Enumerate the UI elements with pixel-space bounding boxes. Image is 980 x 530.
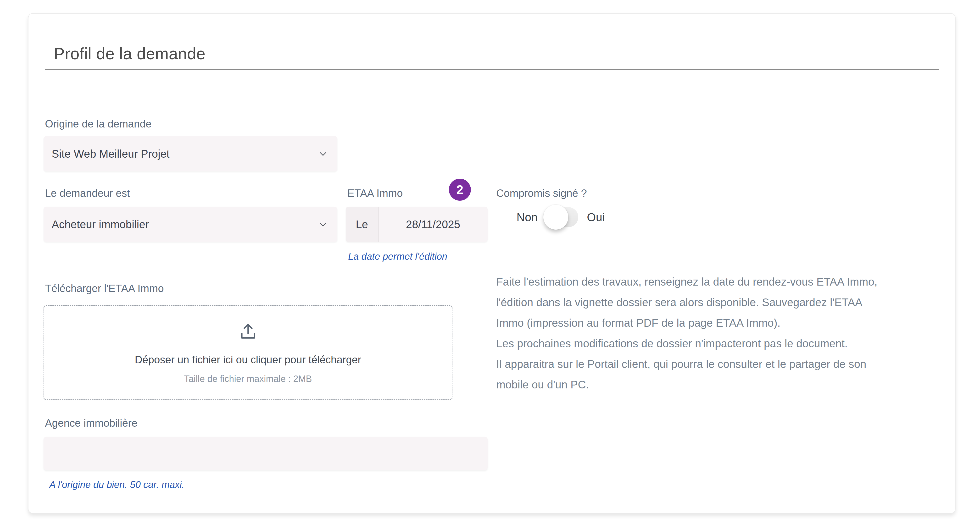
demandeur-label: Le demandeur est	[45, 187, 130, 199]
origine-select-value: Site Web Meilleur Projet	[43, 148, 318, 160]
page-title: Profil de la demande	[54, 44, 205, 63]
etaa-label: ETAA Immo	[347, 187, 402, 199]
info-line: Faite l'estimation des travaux, renseign…	[496, 271, 939, 292]
upload-label: Télécharger l'ETAA Immo	[45, 282, 164, 294]
compromis-label: Compromis signé ?	[496, 187, 587, 199]
info-line: Il apparaitra sur le Portail client, qui…	[496, 354, 939, 374]
etaa-date-hint: La date permet l'édition	[348, 251, 447, 262]
agence-input[interactable]	[43, 437, 488, 470]
dropzone-size-limit: Taille de fichier maximale : 2MB	[184, 374, 312, 384]
origine-select[interactable]: Site Web Meilleur Projet	[43, 136, 337, 171]
toggle-knob	[543, 205, 568, 230]
demandeur-select-value: Acheteur immobilier	[43, 218, 318, 231]
info-line: Immo (impression au format PDF de la pag…	[496, 313, 939, 333]
agence-label: Agence immobilière	[45, 417, 137, 429]
profile-card: Profil de la demande Origine de la deman…	[28, 13, 956, 514]
dropzone-text: Déposer un fichier ici ou cliquer pour t…	[135, 354, 361, 366]
etaa-date-prefix: Le	[346, 207, 379, 242]
info-text: Faite l'estimation des travaux, renseign…	[496, 271, 939, 395]
info-line: l'édition dans la vignette dossier sera …	[496, 292, 939, 313]
title-divider	[45, 69, 939, 70]
chevron-down-icon	[318, 149, 328, 159]
compromis-toggle[interactable]	[546, 207, 578, 227]
chevron-down-icon	[318, 219, 328, 229]
toggle-off-label: Non	[517, 211, 538, 224]
etaa-date-field[interactable]: Le 28/11/2025	[346, 207, 488, 242]
origine-label: Origine de la demande	[45, 118, 151, 130]
toggle-on-label: Oui	[587, 211, 605, 224]
compromis-toggle-row: Non Oui	[517, 204, 605, 230]
etaa-date-input[interactable]: 28/11/2025	[379, 207, 488, 242]
info-line: mobile ou d'un PC.	[496, 374, 939, 395]
etaa-count-badge: 2	[449, 179, 471, 201]
demandeur-select[interactable]: Acheteur immobilier	[43, 207, 337, 242]
agence-hint: A l'origine du bien. 50 car. maxi.	[49, 479, 185, 490]
info-line: Les prochaines modifications de dossier …	[496, 333, 939, 354]
file-dropzone[interactable]: Déposer un fichier ici ou cliquer pour t…	[43, 305, 452, 400]
upload-icon	[238, 321, 258, 341]
